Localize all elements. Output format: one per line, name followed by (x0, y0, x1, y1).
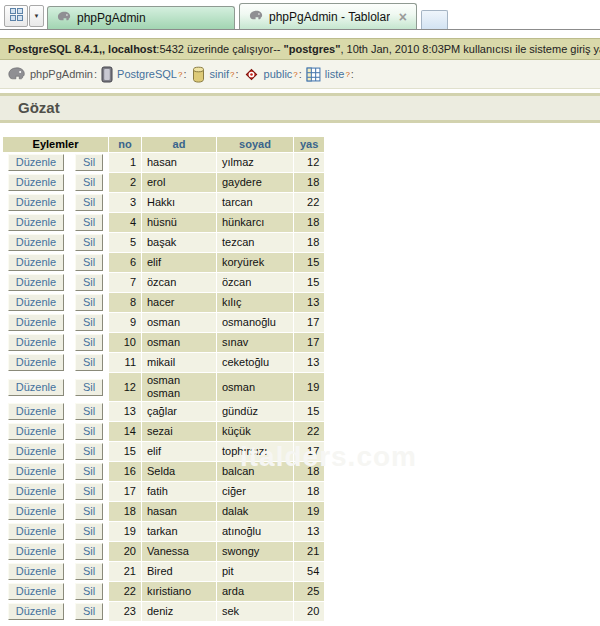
help-icon[interactable]: ? (345, 70, 349, 79)
tab-list-dropdown-button[interactable]: ▼ (29, 5, 44, 27)
cell-no: 10 (109, 333, 141, 352)
cell-ad: osman (142, 313, 216, 332)
delete-button[interactable]: Sil (75, 379, 103, 396)
help-icon[interactable]: ? (230, 70, 234, 79)
edit-button[interactable]: Düzenle (8, 543, 64, 560)
cell-yas: 18 (294, 213, 324, 232)
edit-button[interactable]: Düzenle (8, 523, 64, 540)
elephant-icon (57, 9, 72, 27)
breadcrumb-item-table: liste?: (306, 67, 354, 82)
edit-button[interactable]: Düzenle (8, 214, 64, 231)
delete-button[interactable]: Sil (75, 583, 103, 600)
column-header-no[interactable]: no (109, 137, 141, 152)
table-row: Düzenle Sil 8 hacer kılıç 13 (3, 293, 324, 312)
breadcrumb-item-schema: public?: (243, 66, 302, 83)
edit-button[interactable]: Düzenle (8, 174, 64, 191)
edit-button[interactable]: Düzenle (8, 503, 64, 520)
edit-button[interactable]: Düzenle (8, 403, 64, 420)
table-row: Düzenle Sil 22 kıristiano arda 25 (3, 582, 324, 601)
edit-button[interactable]: Düzenle (8, 463, 64, 480)
delete-button[interactable]: Sil (75, 174, 103, 191)
table-row: Düzenle Sil 16 Selda balcan 18 (3, 462, 324, 481)
delete-button[interactable]: Sil (75, 443, 103, 460)
cell-yas: 18 (294, 233, 324, 252)
delete-button[interactable]: Sil (75, 463, 103, 480)
breadcrumb-separator: : (299, 68, 302, 80)
cell-yas: 54 (294, 562, 324, 581)
table-body: Düzenle Sil 1 hasan yılmaz 12 Düzenle Si… (3, 153, 324, 621)
delete-button[interactable]: Sil (75, 154, 103, 171)
delete-button[interactable]: Sil (75, 403, 103, 420)
edit-button[interactable]: Düzenle (8, 274, 64, 291)
browser-window: ▼ phpPgAdmin phpPgAdmin - Tablolar × (0, 0, 600, 626)
edit-button[interactable]: Düzenle (8, 254, 64, 271)
help-icon[interactable]: ? (293, 70, 297, 79)
new-tab-button[interactable] (421, 10, 448, 29)
delete-button[interactable]: Sil (75, 314, 103, 331)
cell-yas: 19 (294, 502, 324, 521)
delete-button[interactable]: Sil (75, 214, 103, 231)
cell-no: 11 (109, 353, 141, 372)
breadcrumb-link-liste[interactable]: liste (325, 68, 345, 80)
edit-button[interactable]: Düzenle (8, 294, 64, 311)
tab-phppgadmin[interactable]: phpPgAdmin (47, 6, 235, 29)
delete-button[interactable]: Sil (75, 423, 103, 440)
delete-button[interactable]: Sil (75, 234, 103, 251)
cell-soyad: tezcan (217, 233, 293, 252)
delete-button[interactable]: Sil (75, 354, 103, 371)
cell-yas: 17 (294, 442, 324, 461)
status-text: "postgres" (284, 43, 341, 55)
breadcrumb: phpPgAdmin: PostgreSQL?: sinif?: (0, 60, 600, 89)
delete-button[interactable]: Sil (75, 503, 103, 520)
breadcrumb-item-database: sinif?: (191, 66, 239, 83)
delete-button[interactable]: Sil (75, 523, 103, 540)
delete-button[interactable]: Sil (75, 334, 103, 351)
close-icon[interactable]: × (399, 11, 407, 23)
edit-button[interactable]: Düzenle (8, 154, 64, 171)
cell-ad: Selda (142, 462, 216, 481)
database-icon (191, 66, 206, 83)
cell-no: 3 (109, 193, 141, 212)
quick-tabs-button[interactable] (4, 5, 28, 27)
edit-button[interactable]: Düzenle (8, 354, 64, 371)
cell-soyad: özcan (217, 273, 293, 292)
column-header-ad[interactable]: ad (142, 137, 216, 152)
edit-button[interactable]: Düzenle (8, 443, 64, 460)
breadcrumb-link-sinif[interactable]: sinif (210, 68, 230, 80)
edit-button[interactable]: Düzenle (8, 314, 64, 331)
delete-button[interactable]: Sil (75, 274, 103, 291)
breadcrumb-link-postgresql[interactable]: PostgreSQL (117, 68, 177, 80)
column-header-soyad[interactable]: soyad (217, 137, 293, 152)
edit-button[interactable]: Düzenle (8, 334, 64, 351)
edit-button[interactable]: Düzenle (8, 423, 64, 440)
breadcrumb-link-public[interactable]: public (264, 68, 293, 80)
cell-soyad: swongy (217, 542, 293, 561)
tab-phppgadmin-tablolar[interactable]: phpPgAdmin - Tablolar × (239, 3, 417, 29)
delete-button[interactable]: Sil (75, 294, 103, 311)
delete-button[interactable]: Sil (75, 563, 103, 580)
cell-no: 23 (109, 602, 141, 621)
edit-button[interactable]: Düzenle (8, 194, 64, 211)
column-header-yas[interactable]: yas (294, 137, 324, 152)
delete-button[interactable]: Sil (75, 194, 103, 211)
delete-button[interactable]: Sil (75, 254, 103, 271)
cell-no: 13 (109, 402, 141, 421)
delete-button[interactable]: Sil (75, 603, 103, 620)
edit-button[interactable]: Düzenle (8, 583, 64, 600)
edit-button[interactable]: Düzenle (8, 483, 64, 500)
schema-icon (243, 66, 260, 83)
cell-soyad: pit (217, 562, 293, 581)
delete-button[interactable]: Sil (75, 543, 103, 560)
edit-button[interactable]: Düzenle (8, 379, 64, 396)
delete-button[interactable]: Sil (75, 483, 103, 500)
cell-ad: elif (142, 253, 216, 272)
edit-button[interactable]: Düzenle (8, 563, 64, 580)
cell-soyad: balcan (217, 462, 293, 481)
edit-button[interactable]: Düzenle (8, 603, 64, 620)
cell-soyad: tophırsızı (217, 442, 293, 461)
cell-no: 9 (109, 313, 141, 332)
status-text: localhost (105, 43, 156, 55)
edit-button[interactable]: Düzenle (8, 234, 64, 251)
help-icon[interactable]: ? (178, 70, 182, 79)
cell-soyad: gaydere (217, 173, 293, 192)
